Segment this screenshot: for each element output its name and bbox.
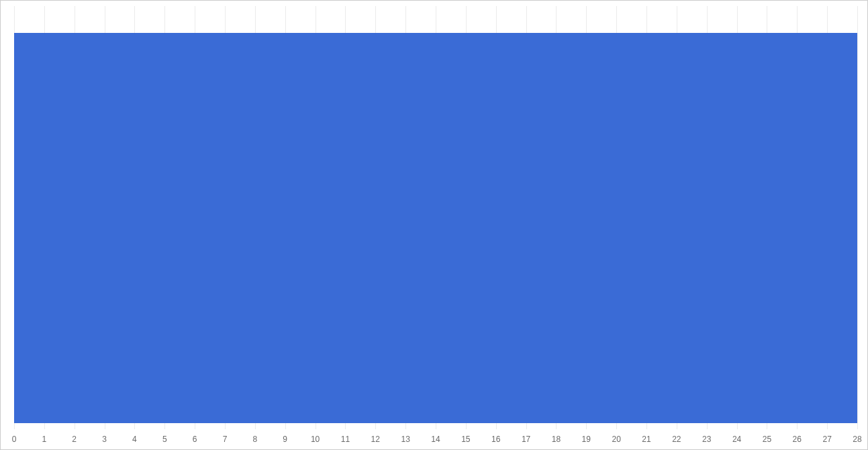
x-gridline [857, 6, 858, 429]
x-tick-label: 18 [552, 435, 561, 444]
x-tick-label: 0 [12, 435, 17, 444]
x-tick-label: 6 [193, 435, 197, 444]
x-tick-label: 8 [253, 435, 258, 444]
x-tick-label: 2 [72, 435, 77, 444]
x-tick-label: 21 [642, 435, 650, 444]
x-tick-label: 28 [853, 435, 861, 444]
x-tick-label: 4 [132, 435, 137, 444]
x-tick-label: 16 [491, 435, 500, 444]
x-tick-label: 17 [522, 435, 530, 444]
x-tick-label: 22 [672, 435, 681, 444]
x-tick-label: 11 [341, 435, 350, 444]
x-tick-label: 14 [431, 435, 440, 444]
plot-area [14, 6, 857, 429]
x-tick-label: 23 [702, 435, 711, 444]
x-tick-label: 25 [763, 435, 771, 444]
x-tick-label: 26 [793, 435, 802, 444]
x-tick-label: 12 [371, 435, 380, 444]
x-tick-label: 10 [311, 435, 320, 444]
x-tick-label: 24 [732, 435, 741, 444]
x-tick-label: 20 [612, 435, 620, 444]
x-tick-label: 3 [102, 435, 107, 444]
x-axis: 0123456789101112131415161718192021222324… [14, 431, 857, 449]
x-tick-label: 9 [283, 435, 287, 444]
x-tick-label: 27 [822, 435, 831, 444]
x-tick-label: 7 [223, 435, 228, 444]
x-tick-label: 5 [162, 435, 167, 444]
chart-frame: 0123456789101112131415161718192021222324… [0, 0, 868, 450]
x-tick-label: 15 [461, 435, 470, 444]
bar-area [14, 6, 857, 429]
x-tick-label: 19 [582, 435, 591, 444]
data-bar [14, 33, 857, 423]
x-tick-label: 13 [401, 435, 409, 444]
x-tick-label: 1 [42, 435, 47, 444]
